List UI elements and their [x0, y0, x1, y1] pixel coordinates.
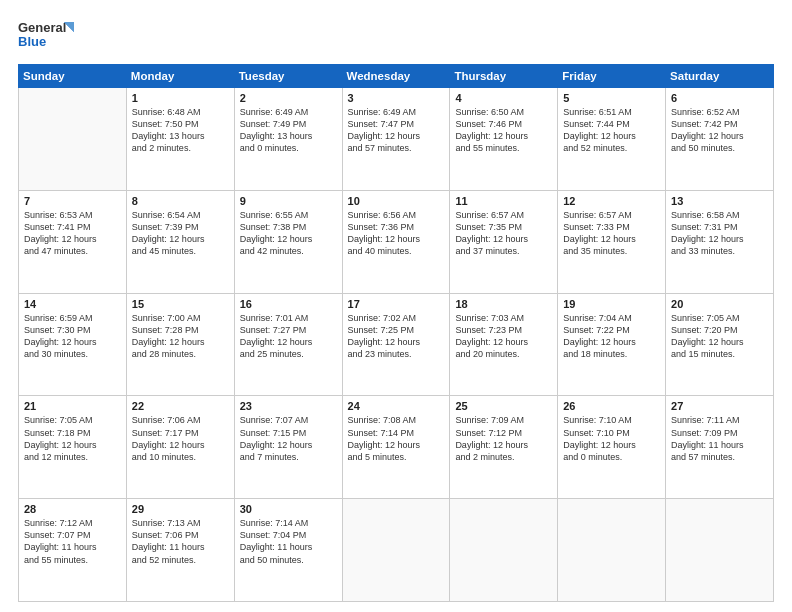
day-number: 20: [671, 298, 768, 310]
day-info: Sunrise: 7:06 AM Sunset: 7:17 PM Dayligh…: [132, 414, 229, 463]
svg-text:General: General: [18, 20, 66, 35]
weekday-header-wednesday: Wednesday: [342, 65, 450, 88]
day-number: 6: [671, 92, 768, 104]
day-info: Sunrise: 7:00 AM Sunset: 7:28 PM Dayligh…: [132, 312, 229, 361]
calendar-cell: [450, 499, 558, 602]
day-number: 21: [24, 400, 121, 412]
day-number: 9: [240, 195, 337, 207]
calendar-cell: 10Sunrise: 6:56 AM Sunset: 7:36 PM Dayli…: [342, 190, 450, 293]
day-info: Sunrise: 7:01 AM Sunset: 7:27 PM Dayligh…: [240, 312, 337, 361]
calendar-cell: 7Sunrise: 6:53 AM Sunset: 7:41 PM Daylig…: [19, 190, 127, 293]
calendar-page: General Blue SundayMondayTuesdayWednesda…: [0, 0, 792, 612]
day-info: Sunrise: 7:02 AM Sunset: 7:25 PM Dayligh…: [348, 312, 445, 361]
calendar-cell: 26Sunrise: 7:10 AM Sunset: 7:10 PM Dayli…: [558, 396, 666, 499]
day-number: 28: [24, 503, 121, 515]
calendar-cell: 21Sunrise: 7:05 AM Sunset: 7:18 PM Dayli…: [19, 396, 127, 499]
svg-text:Blue: Blue: [18, 34, 46, 49]
week-row-3: 14Sunrise: 6:59 AM Sunset: 7:30 PM Dayli…: [19, 293, 774, 396]
day-info: Sunrise: 6:53 AM Sunset: 7:41 PM Dayligh…: [24, 209, 121, 258]
day-number: 5: [563, 92, 660, 104]
day-info: Sunrise: 6:58 AM Sunset: 7:31 PM Dayligh…: [671, 209, 768, 258]
day-info: Sunrise: 6:57 AM Sunset: 7:35 PM Dayligh…: [455, 209, 552, 258]
calendar-cell: 28Sunrise: 7:12 AM Sunset: 7:07 PM Dayli…: [19, 499, 127, 602]
day-info: Sunrise: 6:55 AM Sunset: 7:38 PM Dayligh…: [240, 209, 337, 258]
logo: General Blue: [18, 18, 78, 54]
day-info: Sunrise: 7:11 AM Sunset: 7:09 PM Dayligh…: [671, 414, 768, 463]
day-number: 22: [132, 400, 229, 412]
day-number: 18: [455, 298, 552, 310]
day-info: Sunrise: 7:03 AM Sunset: 7:23 PM Dayligh…: [455, 312, 552, 361]
day-info: Sunrise: 7:05 AM Sunset: 7:18 PM Dayligh…: [24, 414, 121, 463]
calendar-cell: 14Sunrise: 6:59 AM Sunset: 7:30 PM Dayli…: [19, 293, 127, 396]
week-row-4: 21Sunrise: 7:05 AM Sunset: 7:18 PM Dayli…: [19, 396, 774, 499]
day-number: 11: [455, 195, 552, 207]
day-number: 15: [132, 298, 229, 310]
calendar-cell: 19Sunrise: 7:04 AM Sunset: 7:22 PM Dayli…: [558, 293, 666, 396]
calendar-cell: 12Sunrise: 6:57 AM Sunset: 7:33 PM Dayli…: [558, 190, 666, 293]
day-info: Sunrise: 7:10 AM Sunset: 7:10 PM Dayligh…: [563, 414, 660, 463]
calendar-cell: 23Sunrise: 7:07 AM Sunset: 7:15 PM Dayli…: [234, 396, 342, 499]
day-info: Sunrise: 7:08 AM Sunset: 7:14 PM Dayligh…: [348, 414, 445, 463]
day-number: 12: [563, 195, 660, 207]
calendar-cell: 2Sunrise: 6:49 AM Sunset: 7:49 PM Daylig…: [234, 88, 342, 191]
day-number: 8: [132, 195, 229, 207]
week-row-5: 28Sunrise: 7:12 AM Sunset: 7:07 PM Dayli…: [19, 499, 774, 602]
calendar-cell: 27Sunrise: 7:11 AM Sunset: 7:09 PM Dayli…: [666, 396, 774, 499]
day-info: Sunrise: 6:48 AM Sunset: 7:50 PM Dayligh…: [132, 106, 229, 155]
page-header: General Blue: [18, 18, 774, 54]
calendar-cell: 15Sunrise: 7:00 AM Sunset: 7:28 PM Dayli…: [126, 293, 234, 396]
day-number: 1: [132, 92, 229, 104]
week-row-2: 7Sunrise: 6:53 AM Sunset: 7:41 PM Daylig…: [19, 190, 774, 293]
day-number: 29: [132, 503, 229, 515]
day-number: 4: [455, 92, 552, 104]
day-number: 30: [240, 503, 337, 515]
calendar-cell: 18Sunrise: 7:03 AM Sunset: 7:23 PM Dayli…: [450, 293, 558, 396]
day-number: 26: [563, 400, 660, 412]
weekday-header-sunday: Sunday: [19, 65, 127, 88]
calendar-cell: 11Sunrise: 6:57 AM Sunset: 7:35 PM Dayli…: [450, 190, 558, 293]
weekday-header-row: SundayMondayTuesdayWednesdayThursdayFrid…: [19, 65, 774, 88]
calendar-cell: 29Sunrise: 7:13 AM Sunset: 7:06 PM Dayli…: [126, 499, 234, 602]
day-number: 14: [24, 298, 121, 310]
weekday-header-tuesday: Tuesday: [234, 65, 342, 88]
calendar-table: SundayMondayTuesdayWednesdayThursdayFrid…: [18, 64, 774, 602]
calendar-cell: 3Sunrise: 6:49 AM Sunset: 7:47 PM Daylig…: [342, 88, 450, 191]
day-info: Sunrise: 6:56 AM Sunset: 7:36 PM Dayligh…: [348, 209, 445, 258]
day-info: Sunrise: 7:07 AM Sunset: 7:15 PM Dayligh…: [240, 414, 337, 463]
day-number: 24: [348, 400, 445, 412]
calendar-cell: [558, 499, 666, 602]
weekday-header-thursday: Thursday: [450, 65, 558, 88]
calendar-cell: [666, 499, 774, 602]
logo-svg: General Blue: [18, 18, 78, 54]
day-info: Sunrise: 7:13 AM Sunset: 7:06 PM Dayligh…: [132, 517, 229, 566]
calendar-cell: [342, 499, 450, 602]
day-number: 19: [563, 298, 660, 310]
calendar-cell: 8Sunrise: 6:54 AM Sunset: 7:39 PM Daylig…: [126, 190, 234, 293]
calendar-cell: 4Sunrise: 6:50 AM Sunset: 7:46 PM Daylig…: [450, 88, 558, 191]
calendar-cell: [19, 88, 127, 191]
day-info: Sunrise: 6:54 AM Sunset: 7:39 PM Dayligh…: [132, 209, 229, 258]
day-info: Sunrise: 6:49 AM Sunset: 7:49 PM Dayligh…: [240, 106, 337, 155]
day-number: 27: [671, 400, 768, 412]
calendar-cell: 6Sunrise: 6:52 AM Sunset: 7:42 PM Daylig…: [666, 88, 774, 191]
calendar-cell: 20Sunrise: 7:05 AM Sunset: 7:20 PM Dayli…: [666, 293, 774, 396]
calendar-cell: 1Sunrise: 6:48 AM Sunset: 7:50 PM Daylig…: [126, 88, 234, 191]
week-row-1: 1Sunrise: 6:48 AM Sunset: 7:50 PM Daylig…: [19, 88, 774, 191]
day-info: Sunrise: 7:12 AM Sunset: 7:07 PM Dayligh…: [24, 517, 121, 566]
calendar-cell: 5Sunrise: 6:51 AM Sunset: 7:44 PM Daylig…: [558, 88, 666, 191]
day-info: Sunrise: 7:14 AM Sunset: 7:04 PM Dayligh…: [240, 517, 337, 566]
day-info: Sunrise: 6:59 AM Sunset: 7:30 PM Dayligh…: [24, 312, 121, 361]
weekday-header-saturday: Saturday: [666, 65, 774, 88]
day-number: 23: [240, 400, 337, 412]
calendar-cell: 13Sunrise: 6:58 AM Sunset: 7:31 PM Dayli…: [666, 190, 774, 293]
day-number: 16: [240, 298, 337, 310]
day-info: Sunrise: 7:05 AM Sunset: 7:20 PM Dayligh…: [671, 312, 768, 361]
day-number: 25: [455, 400, 552, 412]
day-info: Sunrise: 7:09 AM Sunset: 7:12 PM Dayligh…: [455, 414, 552, 463]
day-number: 13: [671, 195, 768, 207]
weekday-header-monday: Monday: [126, 65, 234, 88]
weekday-header-friday: Friday: [558, 65, 666, 88]
calendar-cell: 9Sunrise: 6:55 AM Sunset: 7:38 PM Daylig…: [234, 190, 342, 293]
day-info: Sunrise: 6:49 AM Sunset: 7:47 PM Dayligh…: [348, 106, 445, 155]
day-info: Sunrise: 6:52 AM Sunset: 7:42 PM Dayligh…: [671, 106, 768, 155]
